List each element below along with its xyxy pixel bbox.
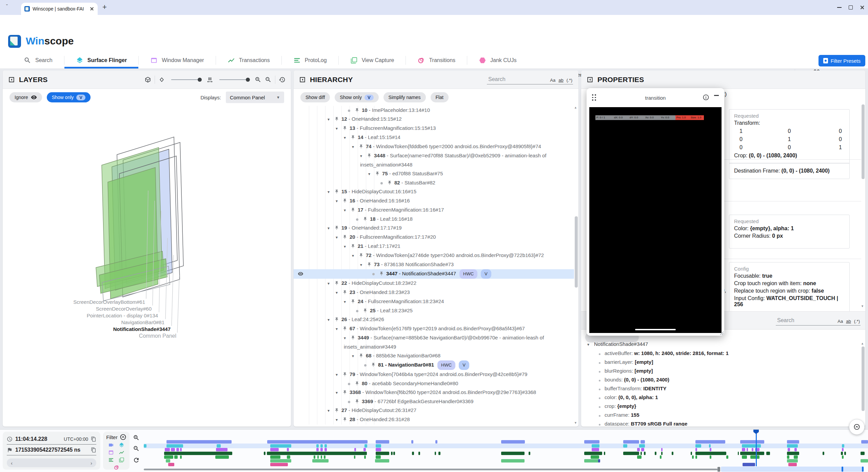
tree-node-82[interactable]: 82 - StatusBar#82	[294, 178, 574, 187]
tree-node-15[interactable]: ▾15 - HideDisplayCutout:16:16#15	[294, 187, 574, 196]
trace-entry-window-manager[interactable]	[165, 448, 170, 451]
property-dataspace[interactable]: dataspace: BT709 sRGB Full range	[581, 419, 861, 426]
tree-node-67[interactable]: ▾67 - WindowToken{e5176f9 type=2019 andr…	[294, 324, 574, 333]
tab-transitions[interactable]: Transitions	[406, 52, 467, 68]
trace-entry-protolog[interactable]	[726, 455, 728, 459]
tree-node-27[interactable]: ▾27 - HideDisplayCutout:26:31#27	[294, 406, 574, 415]
tree-node-28[interactable]: ▾28 - OneHanded:26:31#28	[294, 415, 574, 424]
trace-entry-surface-flinger[interactable]	[742, 444, 761, 448]
trace-entry-transactions[interactable]	[672, 452, 673, 455]
tree-node-3449[interactable]: ▾3449 - Surface(name=885b63e NavigationB…	[294, 333, 574, 351]
pin-icon[interactable]	[371, 362, 376, 367]
minimize-view-icon[interactable]	[714, 95, 719, 96]
expand-chevron-icon[interactable]: ▾	[336, 324, 342, 333]
cursor-marker-icon[interactable]	[753, 430, 759, 434]
tree-node-23[interactable]: ▾23 - OneHanded:18:23#23	[294, 288, 574, 297]
pin-icon[interactable]	[351, 299, 355, 304]
trace-entry-window-manager[interactable]	[742, 448, 745, 451]
pin-icon[interactable]	[375, 171, 380, 176]
expand-chevron-icon[interactable]: ▾	[328, 188, 334, 196]
trace-entry-window-manager[interactable]	[592, 448, 599, 451]
tree-node-24[interactable]: ▾24 - FullscreenMagnification:18:23#24	[294, 297, 574, 306]
zoom-out-icon[interactable]	[265, 76, 272, 83]
pin-icon[interactable]	[342, 326, 347, 331]
trace-entry-transactions[interactable]	[695, 452, 726, 455]
tree-node-75[interactable]: ▾75 - ed70f88 StatusBar#75	[294, 169, 574, 178]
pin-icon[interactable]	[342, 126, 347, 131]
expand-chevron-icon[interactable]: ▾	[352, 142, 359, 151]
pin-icon[interactable]	[351, 208, 355, 212]
pin-icon[interactable]	[379, 271, 384, 276]
trace-entry-surface-flinger[interactable]	[217, 444, 221, 448]
trace-entry-transactions[interactable]	[435, 452, 436, 455]
pin-icon[interactable]	[363, 217, 368, 221]
tree-node-21[interactable]: ▾21 - Leaf:17:17#21	[294, 242, 574, 251]
expand-chevron-icon[interactable]: ▾	[336, 124, 342, 133]
trace-entry-protolog[interactable]	[354, 455, 355, 459]
pin-icon[interactable]	[334, 189, 339, 194]
trace-entry-window-manager[interactable]	[842, 448, 844, 451]
expand-chevron-icon[interactable]: ▾	[344, 206, 351, 215]
trace-entry-transactions[interactable]	[623, 452, 639, 455]
trace-entry-transactions[interactable]	[844, 452, 846, 455]
trace-entry-surface-flinger[interactable]	[166, 444, 183, 448]
trace-entry-surface-flinger[interactable]	[364, 444, 367, 448]
zoom-window-edge[interactable]	[842, 467, 843, 472]
match-word-toggle[interactable]: ab	[846, 319, 851, 324]
tree-node-79[interactable]: ▾79 - WindowToken{7046b4a type=2024 andr…	[294, 370, 574, 379]
trace-entry-transactions[interactable]	[823, 452, 824, 455]
trace-entry-surface-flinger[interactable]	[787, 444, 798, 448]
pin-icon[interactable]	[359, 144, 363, 149]
show-only-v-chip[interactable]: Show onlyV	[47, 92, 91, 102]
tree-node-13[interactable]: ▾13 - FullscreenMagnification:15:15#13	[294, 124, 574, 133]
trace-entry-protolog[interactable]	[321, 455, 322, 459]
tree-node-3368[interactable]: ▾3368 - WindowToken{f6b2f60 type=2024 an…	[294, 388, 574, 397]
expand-chevron-icon[interactable]: ▾	[352, 352, 359, 360]
property-bufferTransform[interactable]: bufferTransform: IDENTITY	[581, 384, 861, 393]
property-bounds[interactable]: bounds: (0, 0) - (1080, 2400)	[581, 375, 861, 384]
drag-handle-icon[interactable]	[592, 94, 596, 101]
property-barrierLayer[interactable]: barrierLayer: [empty]	[581, 358, 861, 367]
trace-entry-surface-flinger[interactable]	[270, 444, 291, 448]
tab-jank-cujs[interactable]: Jank CUJs	[467, 52, 528, 68]
trace-entry-protolog[interactable]	[314, 455, 315, 459]
chip-flat[interactable]: Flat	[431, 92, 449, 102]
expand-chevron-icon[interactable]: ▾	[352, 251, 359, 260]
trace-entry[interactable]	[743, 463, 755, 466]
tree-node-22[interactable]: ▾22 - HideDisplayCutout:18:23#22	[294, 279, 574, 288]
trace-entry-view-capture[interactable]	[166, 459, 170, 463]
trace-entry-transactions[interactable]	[604, 452, 605, 455]
trace-entry-protolog[interactable]	[324, 455, 326, 459]
trace-entry-view-capture[interactable]	[787, 459, 798, 463]
trace-entry-surface-flinger[interactable]	[324, 444, 327, 448]
tree-node-73[interactable]: ▾73 - 8736138 NotificationShade#73	[294, 260, 574, 269]
tab-close-icon[interactable]	[90, 6, 94, 11]
pin-icon[interactable]	[351, 244, 355, 249]
trace-entry-transitions[interactable]	[788, 463, 797, 466]
trace-entry-screen-recording[interactable]	[861, 440, 868, 444]
pin-icon[interactable]	[342, 290, 347, 295]
trace-entry-transactions[interactable]	[766, 452, 770, 455]
properties-scrollbar[interactable]: ▼	[862, 91, 865, 308]
property-color[interactable]: color: (0, 0, 0), alpha: 1	[581, 393, 861, 402]
tree-node-16[interactable]: ▾16 - OneHanded:16:16#16	[294, 196, 574, 205]
trace-entry-protolog[interactable]	[750, 455, 760, 459]
trace-entry-protolog[interactable]	[364, 455, 366, 459]
tree-node-19[interactable]: ▾19 - OneHanded:17:17#19	[294, 223, 574, 233]
trace-entry-transactions[interactable]	[376, 452, 389, 455]
trace-entry-protolog[interactable]	[287, 455, 290, 459]
chip-show-diff[interactable]: Show diff	[300, 92, 330, 102]
tab-view-capture[interactable]: View Capture	[339, 52, 406, 68]
trace-entry-surface-flinger[interactable]	[144, 444, 146, 448]
regex-toggle[interactable]: (.*)	[567, 78, 572, 83]
pin-icon[interactable]	[351, 335, 355, 340]
trace-entry-surface-flinger[interactable]	[709, 444, 711, 448]
expand-chevron-icon[interactable]: ▾	[344, 334, 351, 342]
expand-chevron-icon[interactable]: ▾	[328, 115, 334, 124]
pin-icon[interactable]	[359, 353, 363, 358]
trace-entry-view-capture[interactable]	[501, 459, 525, 463]
expand-chevron-icon[interactable]: ▾	[328, 406, 334, 415]
trace-entry-transactions[interactable]	[264, 452, 265, 455]
trace-entry-screen-recording[interactable]	[435, 440, 437, 444]
trace-entry-surface-flinger[interactable]	[842, 444, 844, 448]
